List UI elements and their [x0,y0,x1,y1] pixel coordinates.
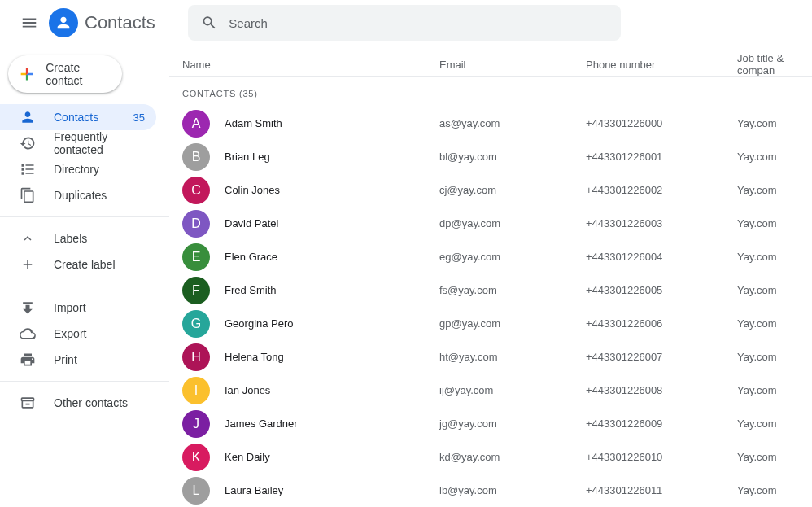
sidebar-item-print[interactable]: Print [0,347,156,373]
contact-email: gp@yay.com [439,317,586,330]
history-icon [20,135,36,151]
sidebar-create-label[interactable]: Create label [0,251,156,278]
contacts-list: AAdam Smithas@yay.com+443301226000Yay.co… [169,107,812,507]
sidebar-item-contacts[interactable]: Contacts 35 [0,104,156,130]
app-name: Contacts [85,12,155,33]
sidebar-labels-section[interactable]: Labels [0,225,156,251]
contact-job: Yay.com [737,284,777,296]
table-row[interactable]: JJames Gardnerjg@yay.com+443301226009Yay… [169,407,812,440]
avatar: J [182,410,210,438]
person-icon [20,109,36,125]
avatar: C [182,177,210,204]
contact-phone: +443301226002 [586,184,737,196]
contact-job: Yay.com [737,317,777,330]
search-bar[interactable] [188,5,621,41]
column-header-phone[interactable]: Phone number [586,59,737,71]
avatar: B [182,143,210,171]
main-content: Name Email Phone number Job title & comp… [169,46,812,507]
table-row[interactable]: BBrian Legbl@yay.com+443301226001Yay.com [169,140,812,173]
table-header: Name Email Phone number Job title & comp… [169,52,812,76]
contact-job: Yay.com [737,484,777,496]
contact-phone: +443301226003 [586,217,737,229]
avatar: F [182,277,210,304]
contact-email: ij@yay.com [439,384,586,396]
avatar: K [182,444,210,471]
sidebar-item-label: Frequently contacted [54,130,145,156]
sidebar-divider [0,381,169,382]
contact-email: bl@yay.com [439,151,586,163]
table-row[interactable]: LLaura Baileylb@yay.com+443301226011Yay.… [169,474,812,507]
table-row[interactable]: DDavid Pateldp@yay.com+443301226003Yay.c… [169,207,812,240]
contact-name: Adam Smith [225,117,439,129]
directory-icon [20,161,36,177]
table-row[interactable]: GGeorgina Perogp@yay.com+443301226006Yay… [169,307,812,340]
table-row[interactable]: KKen Dailykd@yay.com+443301226010Yay.com [169,440,812,474]
avatar: E [182,243,210,271]
plus-icon [20,256,36,273]
contact-name: Georgina Pero [225,317,439,330]
contact-email: fs@yay.com [439,284,586,296]
contact-email: cj@yay.com [439,184,586,196]
chevron-up-icon [20,230,36,247]
contact-email: as@yay.com [439,117,586,129]
sidebar-item-export[interactable]: Export [0,321,156,347]
duplicates-icon [20,187,36,203]
contact-name: Brian Leg [225,151,439,163]
sidebar-item-other-contacts[interactable]: Other contacts [0,390,156,416]
contact-phone: +443301226008 [586,384,737,396]
column-header-email[interactable]: Email [439,59,586,71]
table-row[interactable]: IIan Jonesij@yay.com+443301226008Yay.com [169,374,812,407]
column-header-job[interactable]: Job title & compan [737,52,812,76]
table-row[interactable]: EElen Graceeg@yay.com+443301226004Yay.co… [169,240,812,273]
create-contact-button[interactable]: Create contact [8,55,122,93]
avatar: L [182,477,210,505]
contact-name: Colin Jones [225,184,439,196]
sidebar-item-count: 35 [133,111,145,124]
contact-phone: +443301226000 [586,117,737,129]
contact-phone: +443301226005 [586,284,737,296]
contact-email: eg@yay.com [439,251,586,263]
contact-job: Yay.com [737,184,777,196]
contact-email: kd@yay.com [439,451,586,463]
table-row[interactable]: CColin Jonescj@yay.com+443301226002Yay.c… [169,173,812,207]
sidebar-item-label: Export [54,327,145,340]
sidebar-item-label: Print [54,353,145,366]
contact-name: Laura Bailey [225,484,439,496]
search-input[interactable] [229,16,608,30]
avatar: G [182,310,210,338]
contact-phone: +443301226006 [586,317,737,330]
sidebar-item-label: Duplicates [54,189,145,202]
contact-job: Yay.com [737,151,777,163]
contact-email: ht@yay.com [439,351,586,363]
table-row[interactable]: HHelena Tonght@yay.com+443301226007Yay.c… [169,340,812,374]
column-header-name[interactable]: Name [182,59,439,71]
sidebar-item-frequently-contacted[interactable]: Frequently contacted [0,130,156,156]
contact-job: Yay.com [737,351,777,363]
contact-phone: +443301226009 [586,417,737,430]
sidebar-item-label: Contacts [54,111,116,124]
contact-name: David Patel [225,217,439,229]
contact-email: jg@yay.com [439,417,586,430]
contact-job: Yay.com [737,251,777,263]
contact-phone: +443301226007 [586,351,737,363]
contact-name: James Gardner [225,417,439,430]
table-row[interactable]: FFred Smithfs@yay.com+443301226005Yay.co… [169,273,812,307]
sidebar-item-directory[interactable]: Directory [0,156,156,182]
main-menu-button[interactable] [13,7,46,39]
archive-icon [20,395,36,411]
plus-multicolor-icon [18,63,36,85]
contact-name: Helena Tong [225,351,439,363]
contact-name: Ken Daily [225,451,439,463]
export-icon [20,326,36,342]
avatar: H [182,343,210,371]
sidebar-divider [0,216,169,217]
avatar: I [182,377,210,404]
sidebar-item-import[interactable]: Import [0,295,156,321]
sidebar-item-label: Directory [54,163,145,176]
contact-phone: +443301226011 [586,484,737,496]
table-row[interactable]: AAdam Smithas@yay.com+443301226000Yay.co… [169,107,812,140]
app-logo[interactable]: Contacts [49,8,155,37]
contact-email: lb@yay.com [439,484,586,496]
contact-phone: +443301226001 [586,151,737,163]
sidebar-item-duplicates[interactable]: Duplicates [0,182,156,208]
